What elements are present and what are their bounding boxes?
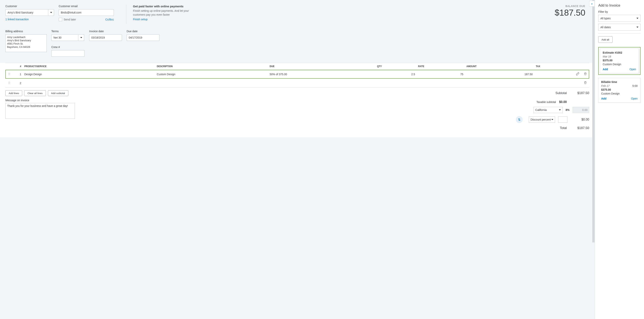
line-rate[interactable]: 75 [417, 70, 465, 79]
col-description: DESCRIPTION [155, 63, 268, 70]
estimate-card: Estimate #1002 Mar 18 $375.00 Custom Des… [598, 47, 640, 75]
card-title: Estimate #1002 [603, 51, 636, 54]
line-amount[interactable] [465, 79, 534, 88]
swap-icon[interactable]: ⇅ [516, 116, 522, 123]
cc-bcc-link[interactable]: Cc/Bcc [105, 18, 114, 21]
line-description[interactable]: Custom Design [155, 70, 268, 79]
promo-title: Get paid faster with online payments [133, 5, 197, 8]
line-product[interactable]: Design:Design [23, 70, 155, 79]
col-number: # [13, 63, 23, 70]
card-add-link[interactable]: Add [603, 68, 608, 71]
tax-amount-box: 0.00 [572, 107, 589, 113]
card-title: Billable time [601, 80, 638, 83]
line-due[interactable] [268, 79, 375, 88]
billable-time-card: Billable time Feb 17 5:00 $375.00 Custom… [598, 78, 640, 103]
send-later-checkbox[interactable]: Send later [59, 18, 76, 21]
col-amount: AMOUNT [465, 63, 534, 70]
add-to-invoice-panel: Add to Invoice Filter by All types All d… [594, 0, 644, 319]
filter-type-select[interactable]: All types [598, 15, 640, 22]
line-number: 2 [13, 79, 23, 88]
line-items-table: # PRODUCT/SERVICE DESCRIPTION DUE QTY RA… [6, 63, 589, 88]
caret-down-icon [50, 12, 52, 13]
card-description: Custom Design [603, 63, 636, 66]
trash-icon[interactable] [584, 81, 587, 84]
card-open-link[interactable]: Open [630, 68, 636, 71]
linked-transaction-link[interactable]: 1 linked transaction [6, 18, 29, 21]
line-rate[interactable] [417, 79, 465, 88]
link-icon[interactable] [576, 72, 579, 76]
panel-title: Add to Invoice [598, 3, 640, 7]
divider [126, 5, 126, 24]
clear-lines-button[interactable]: Clear all lines [24, 90, 46, 96]
invoice-date-label: Invoice date [89, 30, 122, 33]
send-later-label: Send later [64, 18, 76, 21]
promo-body: Finish setting up online payments. And l… [133, 9, 197, 16]
line-row[interactable]: ⠿ 1 Design:Design Custom Design 50% of 3… [6, 70, 589, 79]
subtotal-label: Subtotal [556, 91, 567, 95]
filter-by-label: Filter by [598, 10, 640, 13]
tax-percent: 8% [566, 108, 570, 111]
filter-date-select[interactable]: All dates [598, 24, 640, 31]
card-open-link[interactable]: Open [631, 97, 638, 100]
tax-region-select[interactable]: California [534, 107, 562, 113]
crew-label: Crew # [51, 45, 84, 49]
due-date-label: Due date [126, 30, 160, 33]
trash-icon[interactable] [584, 72, 587, 76]
email-label: Customer email [59, 5, 114, 8]
card-amount: $375.00 [603, 59, 636, 62]
balance-due-amount: $187.50 [555, 8, 585, 17]
billing-address-input[interactable]: Amy Lauterbach Amy's Bird Sanctuary 4581… [6, 34, 47, 52]
total-label: Total [560, 126, 567, 130]
caret-down-icon [80, 37, 82, 38]
crew-input[interactable] [51, 50, 84, 57]
line-amount[interactable]: 187.50 [465, 70, 534, 79]
panel-collapse-button[interactable]: › [589, 1, 594, 6]
line-tax[interactable] [534, 70, 574, 79]
terms-dropdown-button[interactable] [78, 34, 84, 41]
caret-down-icon [636, 18, 638, 19]
card-time: 5:00 [632, 84, 638, 88]
caret-down-icon [551, 119, 553, 120]
col-qty: QTY [376, 63, 417, 70]
card-date: Feb 17 [601, 84, 610, 87]
billing-label: Billing address [6, 30, 47, 33]
line-description[interactable] [155, 79, 268, 88]
card-amount: $375.00 [601, 88, 638, 91]
customer-input[interactable] [6, 9, 48, 16]
discount-select[interactable]: Discount percent [529, 116, 555, 123]
line-qty[interactable]: 2.5 [376, 70, 417, 79]
col-product: PRODUCT/SERVICE [23, 63, 155, 70]
terms-label: Terms [51, 30, 84, 33]
col-due: DUE [268, 63, 375, 70]
invoice-date-input[interactable] [89, 34, 122, 41]
card-description: Custom Design [601, 92, 638, 95]
line-due[interactable]: 50% of 375.00 [268, 70, 375, 79]
email-input[interactable] [59, 9, 114, 16]
total-value: $187.50 [570, 126, 589, 130]
caret-down-icon [559, 109, 561, 110]
message-textarea[interactable]: Thank you for your business and have a g… [6, 103, 75, 119]
card-date: Mar 18 [603, 55, 636, 58]
drag-handle-icon[interactable]: ⠿ [8, 72, 10, 76]
due-date-input[interactable] [126, 34, 160, 41]
discount-amount: $0.00 [570, 118, 589, 121]
add-lines-button[interactable]: Add lines [6, 90, 22, 96]
customer-dropdown-button[interactable] [48, 9, 54, 16]
drag-handle-icon[interactable]: ⠿ [8, 81, 10, 85]
line-qty[interactable] [376, 79, 417, 88]
taxable-subtotal-value: $0.00 [559, 100, 567, 104]
discount-pct-input[interactable] [558, 116, 568, 123]
customer-label: Customer [6, 5, 54, 8]
subtotal-value: $187.50 [570, 91, 589, 95]
caret-down-icon [636, 27, 638, 28]
add-all-button[interactable]: Add all [598, 36, 612, 43]
scrollbar[interactable] [592, 0, 594, 242]
add-subtotal-button[interactable]: Add subtotal [48, 90, 68, 96]
line-product[interactable] [23, 79, 155, 88]
line-row[interactable]: ⠿ 2 [6, 79, 589, 88]
terms-input[interactable] [51, 34, 78, 41]
finish-setup-link[interactable]: Finish setup [133, 18, 148, 21]
card-add-link[interactable]: Add [601, 97, 606, 100]
col-rate: RATE [417, 63, 465, 70]
line-tax[interactable] [534, 79, 574, 88]
